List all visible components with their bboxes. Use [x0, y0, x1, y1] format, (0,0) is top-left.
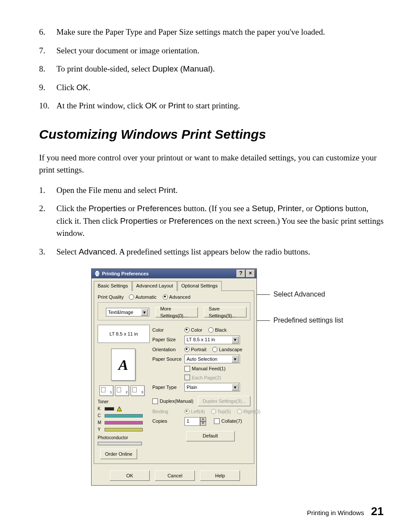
- step-text: Select your document or image orientatio…: [56, 46, 199, 55]
- dialog-title: Printing Preferences: [102, 270, 149, 277]
- close-button[interactable]: ×: [246, 270, 255, 277]
- radio-automatic[interactable]: [129, 294, 134, 300]
- radio-color[interactable]: [184, 327, 190, 333]
- chevron-down-icon: ▾: [232, 336, 239, 343]
- dialog-footer: OK Cancel Help: [92, 466, 256, 485]
- page-number: 21: [371, 505, 384, 518]
- radio-landscape[interactable]: [212, 347, 217, 352]
- more-settings-button[interactable]: More Settings(0)...: [155, 307, 198, 317]
- step-text: Click the Properties or Preferences butt…: [56, 204, 384, 238]
- nup-icons: [99, 385, 150, 396]
- step-num: 6.: [39, 26, 53, 39]
- order-online-button[interactable]: Order Online: [100, 449, 137, 459]
- radio-advanced-label: Advanced: [169, 294, 191, 301]
- duplex-checkbox[interactable]: [152, 398, 158, 404]
- section-heading: Customizing Windows Print Settings: [39, 124, 384, 144]
- copies-input[interactable]: 1: [184, 417, 200, 426]
- toner-bar-m: [105, 421, 143, 424]
- page-footer: Printing in Windows 21: [39, 503, 384, 520]
- copies-spinner[interactable]: ▴▾: [200, 417, 206, 426]
- step-text: To print double-sided, select Duplex (Ma…: [56, 64, 215, 73]
- toner-bar-k: [105, 407, 114, 411]
- step-text: Make sure the Paper Type and Paper Size …: [56, 27, 325, 36]
- manual-feed-label: Manual Feed(1): [192, 365, 226, 372]
- duplex-settings-button: Duplex Settings(3)...: [198, 396, 251, 406]
- warning-icon: !: [117, 406, 122, 411]
- toner-bar-c: [105, 414, 143, 418]
- tab-strip: Basic Settings Advanced Layout Optional …: [92, 278, 256, 290]
- photoconductor-bar: [98, 442, 142, 445]
- binding-label: Binding: [152, 408, 184, 415]
- radio-black[interactable]: [208, 327, 214, 333]
- chevron-down-icon: ▾: [232, 384, 239, 391]
- orientation-label: Orientation: [152, 346, 184, 353]
- printing-preferences-dialog: Printing Preferences ? × Basic Settings …: [91, 268, 257, 486]
- paper-type-combo[interactable]: Plain▾: [184, 383, 240, 392]
- nup3-icon: [131, 385, 145, 396]
- step-num: 10.: [39, 100, 53, 112]
- duplex-label: Duplex(Manual): [160, 398, 194, 405]
- svg-rect-0: [95, 272, 99, 275]
- preview-panel: LT 8.5 x 11 in A Toner K !: [98, 325, 150, 459]
- settings-form: Color Color Black Paper Size LT 8.5 x 11…: [150, 325, 266, 459]
- each-page-checkbox: [184, 375, 190, 380]
- tab-advanced-layout[interactable]: Advanced Layout: [132, 281, 177, 291]
- toner-bar-y: [105, 428, 143, 431]
- paper-source-combo[interactable]: Auto Selection▾: [184, 355, 240, 363]
- svg-text:!: !: [119, 408, 120, 411]
- printer-icon: [94, 271, 100, 277]
- save-settings-button[interactable]: Save Settings(9)...: [204, 307, 246, 317]
- tab-optional-settings[interactable]: Optional Settings: [177, 281, 222, 291]
- preset-value: Text&Image: [108, 309, 133, 316]
- toner-panel: Toner K ! C M Y Photoconductor Order Onl…: [98, 398, 150, 459]
- step-text: Click OK.: [56, 83, 90, 92]
- help-button[interactable]: ?: [237, 270, 245, 277]
- paper-size-label: Paper Size: [152, 336, 184, 343]
- default-button[interactable]: Default: [186, 431, 235, 441]
- collate-checkbox[interactable]: [214, 418, 220, 424]
- print-quality-row: Print Quality Automatic Advanced: [98, 294, 250, 301]
- step-num: 8.: [39, 63, 53, 75]
- step-num: 2.: [39, 202, 53, 215]
- radio-advanced[interactable]: [163, 294, 168, 300]
- steps-custom: 1. Open the File menu and select Print. …: [39, 184, 384, 258]
- print-quality-label: Print Quality: [98, 294, 124, 301]
- paper-source-label: Paper Source: [152, 356, 184, 363]
- tab-body: Print Quality Automatic Advanced Text&Im…: [94, 290, 254, 464]
- cancel-button[interactable]: Cancel: [155, 470, 195, 481]
- copies-label: Copies: [152, 418, 184, 425]
- nup1-icon: [99, 385, 113, 396]
- preview-letter: A: [118, 354, 128, 376]
- step-num: 7.: [39, 45, 53, 57]
- radio-automatic-label: Automatic: [135, 294, 157, 301]
- help-button[interactable]: Help: [200, 470, 240, 481]
- paper-summary-text: LT 8.5 x 11 in: [109, 330, 138, 338]
- step-num: 1.: [39, 184, 53, 197]
- manual-feed-checkbox[interactable]: [184, 366, 190, 372]
- step-text: At the Print window, click OK or Print t…: [56, 101, 240, 110]
- photoconductor-label: Photoconductor: [98, 434, 150, 441]
- color-label: Color: [152, 326, 184, 334]
- radio-bind-right: [237, 409, 242, 414]
- footer-label: Printing in Windows: [307, 509, 364, 516]
- step-num: 3.: [39, 246, 53, 258]
- page-preview: A: [98, 346, 149, 384]
- paper-size-combo[interactable]: LT 8.5 x 11 in▾: [184, 336, 240, 344]
- advanced-group: Text&Image ▾ More Settings(0)... Save Se…: [98, 302, 250, 320]
- collate-label: Collate(7): [221, 418, 242, 425]
- tab-basic-settings[interactable]: Basic Settings: [94, 281, 132, 291]
- nup2-icon: [115, 385, 129, 396]
- callouts: Select Advanced Predefined settings list: [257, 268, 343, 341]
- steps-top: 6. Make sure the Paper Type and Paper Si…: [39, 26, 384, 112]
- preset-combo[interactable]: Text&Image ▾: [106, 308, 149, 317]
- ok-button[interactable]: OK: [110, 470, 150, 481]
- chevron-down-icon: ▾: [232, 356, 239, 362]
- paper-type-label: Paper Type: [152, 384, 184, 391]
- intro-paragraph: If you need more control over your print…: [39, 152, 384, 176]
- figure: Printing Preferences ? × Basic Settings …: [91, 268, 384, 486]
- step-text: Open the File menu and select Print.: [56, 186, 177, 195]
- toner-label: Toner: [98, 398, 150, 405]
- titlebar[interactable]: Printing Preferences ? ×: [92, 269, 256, 278]
- callout-select-advanced: Select Advanced: [273, 289, 325, 300]
- radio-portrait[interactable]: [184, 347, 190, 352]
